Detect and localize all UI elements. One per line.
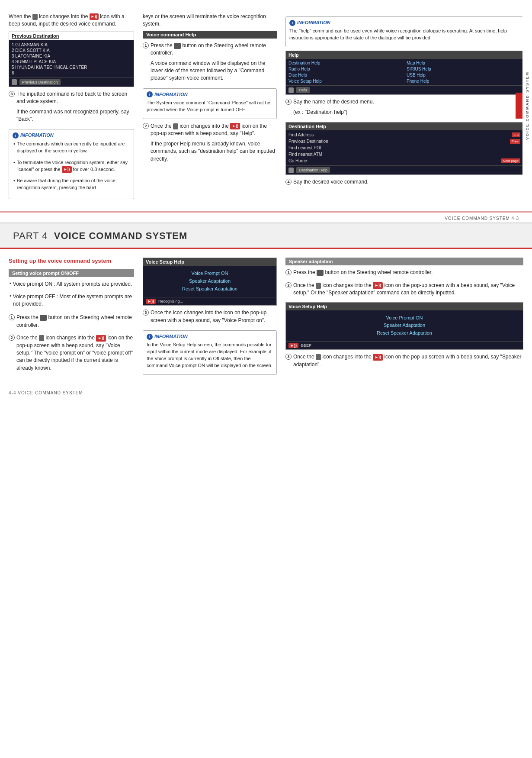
bullet1-item: • The commands which can currently be in… xyxy=(13,141,130,157)
part-header: PART 4 VOICE COMMAND SYSTEM xyxy=(0,223,532,249)
dest-help-footer: Destination Help xyxy=(286,165,523,174)
step3-right-ex: (ex : "Destination help") xyxy=(293,109,374,116)
side-red-tab xyxy=(516,93,522,119)
part-title: VOICE COMMAND SYSTEM xyxy=(54,230,187,241)
b4-r-step3b: icon changes into the xyxy=(322,354,371,360)
step3-item: 3 The inputted command is fed back to th… xyxy=(9,90,134,126)
info-box-mid: i INFORMATION The System voice comment "… xyxy=(143,88,277,119)
dest-help-item-4: Find nearest ATM xyxy=(288,151,520,158)
b4-step1-right-number: 1 xyxy=(285,269,292,275)
vs-item-3: Reset Speaker Adaptation xyxy=(146,286,274,293)
step2-mid-number: 2 xyxy=(143,123,149,129)
voice-icon-footer-mid: ►)) xyxy=(146,299,156,304)
dest-help-box: Destination Help Find Address 1 3 Previo… xyxy=(285,122,523,175)
b4-step1-label: Press the xyxy=(16,314,38,320)
step4-right-text: Say the desired voice command. xyxy=(293,178,369,186)
b4-step1: 1 Press the button on the Steering wheel… xyxy=(9,314,134,332)
vs-r-item-1: Voice Prompt ON xyxy=(288,315,520,322)
bullet1-text: The commands which can currently be inpu… xyxy=(17,141,130,155)
help-item-4: SIRIUS Help xyxy=(407,67,520,71)
gray-heading-left: Setting voice prompt ON/OFF xyxy=(9,269,134,277)
bullet3-dot: • xyxy=(13,177,15,194)
info-title-mid: i INFORMATION xyxy=(147,91,273,98)
dest-help-text-5: Go Home xyxy=(288,158,307,163)
info-box-right: i INFORMATION The "help" command can be … xyxy=(285,16,523,47)
dest-mic-icon xyxy=(288,168,294,173)
b4-step3-mid-number: 3 xyxy=(143,310,149,316)
step3-right-number: 3 xyxy=(285,99,292,105)
step1-mid: 1 Press the button on the Steering wheel… xyxy=(143,42,277,85)
dest-help-item-3: Find nearest POI xyxy=(288,145,520,151)
dest-help-item-1: Find Address 1 3 xyxy=(288,132,520,138)
step4-right: 4 Say the desired voice command. xyxy=(285,178,523,188)
b4-step2-right-text: Once the icon changes into the ►)) icon … xyxy=(293,282,523,297)
b4-step2-number: 2 xyxy=(9,335,15,341)
help-mic-icon xyxy=(288,87,294,93)
b4-step2: 2 Once the icon changes into the ►)) ico… xyxy=(9,334,134,374)
step3-text: The inputted command is fed back to the … xyxy=(16,90,134,106)
b4-step3-right-number: 3 xyxy=(285,354,292,360)
col-right-top: i INFORMATION The "help" command can be … xyxy=(285,13,523,203)
b4-voice-icon-step2: ►)) xyxy=(96,335,106,342)
step1-mid-label: Press the xyxy=(151,42,173,48)
info-title-bottom-mid: i INFORMATION xyxy=(147,333,273,340)
step3-right: 3 Say the name of the desired menu. (ex … xyxy=(285,98,523,119)
b4-step2-label: Once the xyxy=(16,335,38,341)
b4-step1-right-text: Press the button on the Steering wheel r… xyxy=(293,269,433,276)
list-item: 4 SUMMIT PLACE KIA xyxy=(12,59,131,65)
b4-r-step1b: button on the Steering wheel remote cont… xyxy=(325,269,433,275)
info-icon-mid: i xyxy=(147,91,153,97)
prev-dest-list: 1 GLASSMAN KIA 2 DICK SCOTT KIA 3 LAFONT… xyxy=(9,40,134,77)
step1-mid-desc: A voice command window will be displayed… xyxy=(151,60,277,82)
info-box-left: i INFORMATION • The commands which can c… xyxy=(9,129,134,199)
subsection-title-left: Setting up the voice command system xyxy=(9,258,134,265)
steering-icon xyxy=(174,43,181,49)
mic-icon xyxy=(32,14,38,20)
dest-help-item-2: Previous Destination Prev xyxy=(288,138,520,145)
page-footer-top: VOICE COMMAND SYSTEM 4-3 xyxy=(0,213,532,223)
bcol-left: Setting up the voice command system Sett… xyxy=(9,258,134,378)
step2-label: Once the xyxy=(151,123,172,129)
info-label-bottom-mid: INFORMATION xyxy=(154,334,188,339)
b4-r-mic-icon xyxy=(316,283,321,289)
list-item: 2 DICK SCOTT KIA xyxy=(12,48,131,53)
info-icon-right: i xyxy=(289,20,295,26)
bullet2-dot: • xyxy=(13,159,15,176)
b4-bullet2-dot: • xyxy=(10,293,11,311)
b4-r-step2-label: Once the xyxy=(293,282,314,288)
step2-mid-text: Once the icon changes into the ►)) icon … xyxy=(151,123,277,138)
step3-number: 3 xyxy=(9,91,15,97)
b4-step1-text: Press the button on the Steering wheel r… xyxy=(16,314,134,329)
b4-step2b: icon changes into the xyxy=(45,335,94,341)
help-item-6: USB Help xyxy=(407,73,520,77)
part-number: PART 4 xyxy=(13,230,48,241)
bullet1-dot: • xyxy=(13,141,15,157)
voice-setup-box-mid: Voice Setup Help Voice Prompt ON Speaker… xyxy=(143,258,277,306)
dest-help-item-5: Go Home Next page xyxy=(288,158,520,164)
vs-r-item-3: Reset Speaker Adaptation xyxy=(288,330,520,337)
gray-heading-right: Speaker adaptation xyxy=(285,258,523,265)
page-footer-bottom: 4-4 VOICE COMMAND SYSTEM xyxy=(0,387,532,397)
b4-bullet1-dot: • xyxy=(10,281,11,290)
dest-help-text-4: Find nearest ATM xyxy=(288,152,322,157)
b4-step1-right: 1 Press the button on the Steering wheel… xyxy=(285,269,523,279)
b4-step3-right: 3 Once the icon changes into the ►)) ico… xyxy=(285,353,523,371)
info-icon-left: i xyxy=(13,132,19,139)
dest-help-text-1: Find Address xyxy=(288,132,314,137)
info-icon-bottom-mid: i xyxy=(147,334,153,340)
help-item-7: Voice Setup Help xyxy=(288,79,402,84)
b4-mic-icon xyxy=(39,335,44,341)
prev-dest-footer: Previous Destination xyxy=(9,77,134,87)
dest-help-text-2: Previous Destination xyxy=(288,139,328,144)
step1-mid-content: Press the button on the Steering wheel r… xyxy=(151,42,277,85)
voice-icon-step2: ►)) xyxy=(230,123,240,129)
list-item: 6 xyxy=(12,70,131,76)
mic-footer-icon xyxy=(12,79,17,85)
b4-r-voice-icon-step3: ►)) xyxy=(373,354,383,361)
step4-right-number: 4 xyxy=(285,179,292,185)
bottom-section: Setting up the voice command system Sett… xyxy=(0,249,532,387)
info-title-left: i INFORMATION xyxy=(13,132,130,139)
b4-step3-right-text: Once the icon changes into the ►)) icon … xyxy=(293,353,523,368)
step1-mid-number: 1 xyxy=(143,42,149,48)
dest-help-badge-1: 1 3 xyxy=(512,132,520,137)
